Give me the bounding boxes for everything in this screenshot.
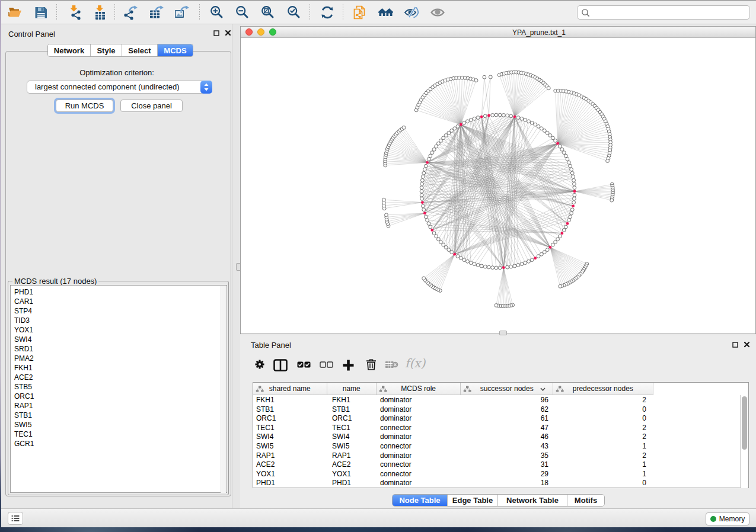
add-column-icon[interactable] <box>343 360 354 371</box>
mcds-result-item[interactable]: GCR1 <box>14 439 227 448</box>
network-node[interactable] <box>430 151 434 155</box>
criterion-dropdown[interactable]: largest connected component (undirected) <box>27 81 212 94</box>
tab-network-table[interactable]: Network Table <box>498 495 567 506</box>
mcds-result-item[interactable]: STP4 <box>14 306 227 316</box>
table-row-SWI4[interactable]: SWI4SWI4dominator462 <box>253 432 740 441</box>
minimize-traffic-light[interactable] <box>257 28 264 36</box>
network-node[interactable] <box>572 201 576 204</box>
network-node[interactable] <box>495 304 498 307</box>
network-window-titlebar[interactable]: YPA_prune.txt_1 <box>241 27 755 38</box>
show-all-neighbors-icon[interactable] <box>378 5 393 20</box>
network-node[interactable] <box>606 159 610 163</box>
network-node[interactable] <box>527 259 531 263</box>
network-node[interactable] <box>513 264 516 268</box>
task-history-button[interactable] <box>8 512 23 525</box>
maximize-traffic-light[interactable] <box>269 28 276 36</box>
tab-motifs[interactable]: Motifs <box>567 495 604 506</box>
network-node[interactable] <box>572 197 576 201</box>
open-file-icon[interactable] <box>7 5 23 20</box>
network-node[interactable] <box>530 121 534 124</box>
network-node[interactable] <box>466 259 470 263</box>
network-node[interactable] <box>432 232 436 235</box>
table-row-PHD1[interactable]: PHD1PHD1dominator180 <box>253 478 740 488</box>
table-row-FKH1[interactable]: FKH1FKH1dominator962 <box>253 395 740 405</box>
network-node[interactable] <box>439 139 443 143</box>
mcds-result-item[interactable]: SRD1 <box>14 344 227 354</box>
network-node[interactable] <box>483 75 486 79</box>
run-mcds-button[interactable]: Run MCDS <box>56 100 113 112</box>
network-hub-node-PHD1[interactable] <box>421 201 424 204</box>
network-node[interactable] <box>480 264 483 268</box>
network-node[interactable] <box>483 114 487 118</box>
mcds-result-item[interactable]: SWI4 <box>14 335 227 344</box>
table-row-YOX1[interactable]: YOX1YOX1connector291 <box>253 469 740 479</box>
network-node[interactable] <box>610 198 614 202</box>
mcds-result-item[interactable]: ACE2 <box>14 373 227 382</box>
network-node[interactable] <box>540 252 543 256</box>
duplicate-network-icon[interactable] <box>352 5 368 20</box>
import-table-icon[interactable] <box>92 5 107 20</box>
network-node[interactable] <box>551 136 554 140</box>
network-node[interactable] <box>554 139 557 143</box>
network-node[interactable] <box>422 204 425 208</box>
network-hub-node-ACE2[interactable] <box>423 211 426 214</box>
mcds-result-item[interactable]: FKH1 <box>14 363 227 373</box>
mcds-result-item[interactable]: TEC1 <box>14 430 227 439</box>
network-hub-node-ORC1[interactable] <box>556 142 559 145</box>
network-node[interactable] <box>453 127 457 130</box>
network-node[interactable] <box>506 265 509 269</box>
network-node[interactable] <box>435 145 438 148</box>
export-table-icon[interactable] <box>149 5 164 20</box>
delete-column-icon[interactable] <box>366 358 377 370</box>
network-node[interactable] <box>548 134 552 137</box>
network-node[interactable] <box>422 208 426 211</box>
network-node[interactable] <box>422 175 425 178</box>
column-header-MCDS-role[interactable]: MCDS role <box>377 383 461 395</box>
network-node[interactable] <box>462 121 466 124</box>
tab-edge-table[interactable]: Edge Table <box>448 495 498 506</box>
network-node[interactable] <box>442 243 445 246</box>
network-node[interactable] <box>456 255 460 258</box>
network-node[interactable] <box>572 178 576 182</box>
network-node[interactable] <box>420 190 423 193</box>
network-node[interactable] <box>567 161 571 164</box>
network-node[interactable] <box>402 126 406 129</box>
network-node[interactable] <box>382 198 386 201</box>
network-node[interactable] <box>447 132 451 135</box>
network-node[interactable] <box>506 114 509 117</box>
network-node[interactable] <box>558 145 562 148</box>
network-canvas[interactable] <box>241 39 755 334</box>
network-node[interactable] <box>420 186 423 190</box>
network-node[interactable] <box>567 219 571 222</box>
network-hub-node-STB1[interactable] <box>513 116 516 118</box>
table-row-ORC1[interactable]: ORC1ORC1dominator610 <box>253 414 740 423</box>
tab-node-table[interactable]: Node Table <box>393 495 448 506</box>
network-node[interactable] <box>509 114 513 118</box>
network-node[interactable] <box>429 154 432 158</box>
network-node[interactable] <box>422 171 426 175</box>
network-node[interactable] <box>564 154 567 158</box>
table-row-ACE2[interactable]: ACE2ACE2connector311 <box>253 460 740 469</box>
network-hub-node-FKH1[interactable] <box>460 123 462 126</box>
network-node[interactable] <box>569 215 572 219</box>
network-node[interactable] <box>534 123 537 126</box>
network-node[interactable] <box>450 129 454 133</box>
network-hub-node-TID3[interactable] <box>566 222 569 225</box>
network-node[interactable] <box>450 251 454 254</box>
network-node[interactable] <box>476 116 480 120</box>
network-node[interactable] <box>444 246 448 249</box>
show-hidden-icon[interactable] <box>430 5 445 20</box>
network-node[interactable] <box>427 222 430 225</box>
network-node[interactable] <box>547 86 550 90</box>
hide-selected-icon[interactable] <box>404 5 419 20</box>
network-node[interactable] <box>420 193 423 197</box>
network-node[interactable] <box>570 208 574 211</box>
horizontal-splitter-grip[interactable] <box>499 331 507 335</box>
network-node[interactable] <box>540 127 543 130</box>
network-node[interactable] <box>489 75 492 79</box>
zoom-out-icon[interactable] <box>235 5 250 20</box>
network-node[interactable] <box>420 182 424 186</box>
network-node[interactable] <box>498 266 502 270</box>
mcds-result-list[interactable]: PHD1CAR1STP4TID3YOX1SWI4SRD1PMA2FKH1ACE2… <box>10 285 227 493</box>
tab-network[interactable]: Network <box>48 44 91 56</box>
